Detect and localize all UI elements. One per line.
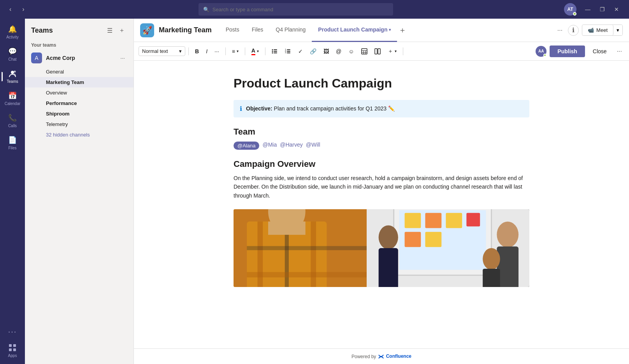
user-avatar[interactable]: AT [564, 3, 576, 16]
svg-rect-39 [446, 213, 462, 228]
publish-button[interactable]: Publish [550, 46, 585, 57]
tab-q4planning[interactable]: Q4 Planning [269, 19, 312, 42]
svg-rect-48 [483, 269, 500, 287]
image-button[interactable]: 🖼 [320, 46, 332, 56]
team-logo-acmecorp: A [31, 52, 42, 63]
team-name-acmecorp: Acme Corp [46, 55, 114, 61]
filter-button[interactable]: ☰ [105, 25, 115, 36]
toolbar-actions: AA Publish Close ··· [536, 46, 624, 57]
sidebar-item-teams[interactable]: Teams [2, 66, 23, 87]
bullets-button[interactable] [269, 46, 281, 56]
bold-button[interactable]: B [192, 46, 202, 56]
your-teams-label: Your teams [25, 39, 134, 49]
image-left [234, 209, 367, 287]
meet-button-group: 📹 Meet ▾ [582, 24, 623, 36]
tab-files[interactable]: Files [246, 19, 270, 42]
mention-button[interactable]: @ [333, 46, 344, 56]
toolbar-sep-2 [225, 47, 226, 55]
meet-button[interactable]: 📹 Meet [582, 25, 613, 35]
checklist-button[interactable]: ✓ [295, 46, 306, 56]
sidebar-item-calendar[interactable]: 📅 Calendar [2, 88, 23, 109]
teams-panel: Teams ☰ ＋ Your teams A Acme Corp ··· Gen… [25, 19, 134, 364]
svg-point-0 [11, 71, 14, 74]
font-color-button[interactable]: A ▾ [248, 46, 262, 57]
channel-info-button[interactable]: ℹ [568, 25, 579, 36]
table-button[interactable] [358, 46, 371, 56]
more-format-button[interactable]: ··· [211, 46, 222, 56]
svg-point-10 [272, 52, 273, 53]
align-icon: ≡ [232, 48, 235, 54]
team-heading: Team [234, 127, 529, 137]
italic-button[interactable]: I [203, 46, 211, 56]
sidebar-label-chat: Chat [8, 57, 16, 61]
campaign-heading: Campaign Overview [234, 159, 529, 169]
emoji-button[interactable]: ☺ [345, 46, 357, 56]
more-insert-button[interactable]: ＋ ▾ [385, 46, 400, 57]
powered-by-label: Powered by [351, 354, 376, 359]
campaign-image [234, 209, 529, 287]
avatar-status-dot [543, 54, 546, 57]
image-right [367, 209, 529, 287]
channel-list: General Marketing Team Overview Performa… [25, 66, 134, 140]
text-format-dropdown[interactable]: Normal text ▾ [139, 46, 185, 56]
svg-rect-11 [274, 52, 277, 53]
hidden-channels-link[interactable]: 32 hidden channels [25, 130, 134, 140]
toolbar-overflow-button[interactable]: ··· [615, 46, 624, 56]
mention-mia[interactable]: @Mia [262, 142, 277, 150]
channel-marketing-team[interactable]: Marketing Team [25, 77, 134, 88]
svg-rect-40 [466, 213, 480, 227]
toolbar-sep-3 [245, 47, 245, 55]
tab-product-launch[interactable]: Product Launch Campaign ▾ [312, 19, 397, 42]
editor-avatar: AA [536, 46, 546, 57]
search-bar[interactable]: 🔍 [199, 3, 393, 16]
tab-posts[interactable]: Posts [220, 19, 246, 42]
channel-more-button[interactable]: ··· [555, 25, 565, 35]
columns-button[interactable] [371, 46, 384, 56]
channel-performance[interactable]: Performance [25, 98, 134, 108]
sidebar-item-apps[interactable]: Apps [2, 340, 23, 361]
color-a-icon: A [251, 47, 255, 55]
titlebar-right: AT — ❐ ✕ [564, 3, 623, 16]
team-acmecorp-header[interactable]: A Acme Corp ··· [25, 49, 134, 66]
svg-rect-2 [9, 344, 12, 347]
nav-forward-button[interactable]: › [19, 4, 27, 14]
svg-rect-38 [425, 213, 441, 228]
minimize-button[interactable]: — [581, 5, 594, 14]
search-input[interactable] [213, 7, 388, 12]
calls-icon: 📞 [8, 114, 17, 122]
sidebar-item-chat[interactable]: 💬 Chat [2, 44, 23, 65]
svg-rect-7 [274, 49, 277, 50]
channel-title: Marketing Team [159, 26, 212, 34]
channel-telemetry[interactable]: Telemetry [25, 119, 134, 130]
new-team-button[interactable]: ＋ [116, 25, 127, 36]
channel-overview[interactable]: Overview [25, 88, 134, 98]
link-button[interactable]: 🔗 [307, 46, 320, 56]
maximize-button[interactable]: ❐ [596, 5, 609, 14]
numbering-button[interactable]: 1.2.3. [282, 46, 294, 56]
channel-shiproom[interactable]: Shiproom [25, 108, 134, 119]
add-tab-button[interactable]: ＋ [397, 19, 408, 42]
sidebar-item-files[interactable]: 📄 Files [2, 133, 23, 153]
svg-point-47 [483, 248, 500, 270]
sidebar-item-more[interactable]: ··· [2, 324, 23, 339]
apps-icon [8, 343, 17, 352]
meet-dropdown-button[interactable]: ▾ [613, 25, 622, 35]
close-editor-button[interactable]: Close [588, 46, 611, 57]
sidebar-item-calls[interactable]: 📞 Calls [2, 110, 23, 131]
nav-back-button[interactable]: ‹ [6, 4, 14, 14]
calendar-icon: 📅 [8, 91, 17, 100]
close-button[interactable]: ✕ [610, 5, 623, 14]
activity-icon: 🔔 [8, 25, 17, 33]
objective-callout: ℹ Objective: Plan and track campaign act… [234, 100, 529, 117]
status-indicator [573, 12, 576, 16]
sidebar-item-activity[interactable]: 🔔 Activity [2, 22, 23, 42]
channel-header-actions: ··· ℹ 📹 Meet ▾ [555, 24, 623, 36]
mention-will[interactable]: @Will [306, 142, 320, 150]
channel-general[interactable]: General [25, 66, 134, 77]
align-button[interactable]: ≡ ▾ [229, 46, 242, 56]
mention-alana[interactable]: @Alana [234, 142, 259, 150]
objective-text: Objective: Plan and track campaign activ… [246, 105, 395, 113]
mention-harvey[interactable]: @Harvey [280, 142, 303, 150]
team-more-button[interactable]: ··· [118, 53, 127, 63]
sidebar-label-activity: Activity [6, 35, 19, 39]
